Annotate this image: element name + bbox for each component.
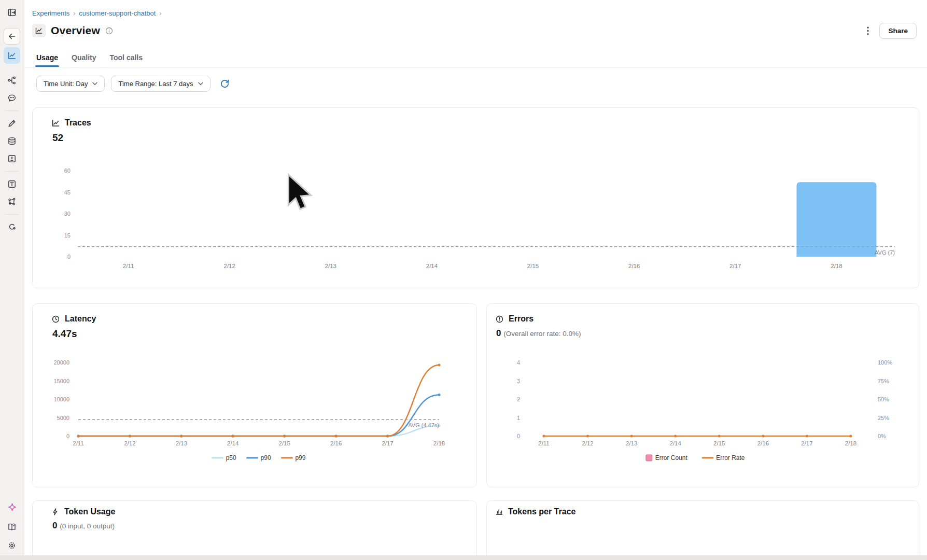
share-button[interactable]: Share — [879, 23, 917, 39]
svg-text:AVG (4.47s): AVG (4.47s) — [408, 422, 439, 428]
svg-text:AVG (7): AVG (7) — [875, 249, 895, 256]
traces-total-value: 52 — [33, 128, 919, 144]
chevron-down-icon — [198, 82, 203, 86]
svg-text:25%: 25% — [878, 415, 889, 421]
playground-icon[interactable] — [4, 115, 20, 132]
back-button[interactable] — [4, 28, 20, 45]
svg-text:2/18: 2/18 — [845, 440, 856, 446]
svg-text:2/12: 2/12 — [582, 440, 593, 446]
svg-text:0: 0 — [517, 433, 520, 439]
svg-text:2/16: 2/16 — [330, 440, 342, 446]
svg-text:60: 60 — [64, 167, 71, 174]
datasets-icon[interactable] — [4, 133, 20, 149]
latency-card: Latency 4.47s AVG (4.47s)050001000015000… — [32, 303, 477, 487]
breadcrumb-separator: › — [73, 10, 75, 17]
line-chart-icon — [51, 119, 60, 128]
svg-text:0: 0 — [66, 433, 69, 439]
traces-bar-chart[interactable]: AVG (7)0153045602/112/122/132/142/152/16… — [39, 164, 913, 288]
bar-chart-icon — [495, 508, 503, 516]
annotation-queues-icon[interactable] — [4, 150, 20, 167]
errors-card: Errors 0 (Overall error rate: 0.0%) 0123… — [486, 303, 919, 487]
sidebar-divider — [5, 214, 19, 215]
svg-text:2/17: 2/17 — [729, 263, 741, 269]
annotation-chat-icon[interactable] — [4, 90, 20, 106]
tab-usage[interactable]: Usage — [36, 53, 58, 66]
latency-line-chart[interactable]: AVG (4.47s)050001000015000200002/112/122… — [39, 357, 470, 481]
svg-text:2/11: 2/11 — [538, 440, 550, 446]
kebab-menu-icon[interactable] — [866, 25, 870, 36]
page-title: Overview — [51, 24, 100, 37]
errors-card-title: Errors — [509, 314, 533, 324]
info-icon[interactable] — [105, 27, 113, 35]
refresh-icon[interactable] — [220, 79, 230, 89]
tab-tool-calls[interactable]: Tool calls — [110, 53, 143, 66]
svg-text:2/15: 2/15 — [527, 263, 539, 269]
svg-text:15: 15 — [64, 232, 71, 239]
svg-text:5000: 5000 — [57, 415, 69, 421]
chevron-down-icon — [92, 82, 97, 86]
svg-text:100%: 100% — [878, 359, 892, 366]
svg-text:2/13: 2/13 — [626, 440, 637, 446]
svg-text:2/17: 2/17 — [801, 440, 812, 446]
time-unit-dropdown[interactable]: Time Unit: Day — [36, 76, 105, 92]
filter-bar: Time Unit: Day Time Range: Last 7 days — [36, 76, 230, 92]
experiments-icon[interactable] — [4, 193, 20, 210]
svg-text:0: 0 — [67, 254, 71, 260]
svg-text:2/15: 2/15 — [713, 440, 725, 446]
token-usage-card: Token Usage 0 (0 input, 0 output) — [32, 500, 477, 560]
latency-value: 4.47s — [33, 324, 476, 340]
svg-text:p99: p99 — [295, 454, 305, 461]
svg-text:2/18: 2/18 — [831, 263, 842, 269]
svg-text:Error Count: Error Count — [655, 454, 688, 461]
time-range-dropdown[interactable]: Time Range: Last 7 days — [111, 76, 210, 92]
automations-icon[interactable] — [4, 219, 20, 235]
dashboards-icon[interactable] — [4, 47, 20, 64]
svg-text:50%: 50% — [878, 396, 889, 402]
svg-text:2/17: 2/17 — [382, 440, 393, 446]
svg-text:2/12: 2/12 — [124, 440, 135, 446]
docs-icon[interactable] — [4, 519, 20, 535]
lightning-bolt-icon — [51, 508, 60, 516]
sidebar-divider — [5, 110, 19, 111]
breadcrumb-link-experiments[interactable]: Experiments — [32, 9, 69, 17]
svg-text:2/13: 2/13 — [176, 440, 187, 446]
collapse-sidebar-icon[interactable] — [4, 4, 20, 21]
alert-circle-icon — [495, 315, 504, 324]
overview-chart-icon — [32, 24, 46, 37]
svg-text:2/15: 2/15 — [279, 440, 290, 446]
svg-text:4: 4 — [517, 359, 520, 366]
prompts-icon[interactable] — [4, 176, 20, 192]
breadcrumb-separator: › — [159, 10, 161, 17]
sidebar-divider — [5, 171, 19, 172]
errors-value: 0 — [496, 328, 501, 338]
token-usage-card-title: Token Usage — [64, 507, 115, 516]
svg-text:15000: 15000 — [53, 378, 69, 384]
breadcrumb: Experiments › customer-support-chatbot › — [32, 9, 161, 17]
errors-line-chart[interactable]: 012340%25%50%75%100%2/112/122/132/142/15… — [493, 357, 920, 481]
token-usage-value: 0 — [52, 521, 57, 530]
traces-card-title: Traces — [65, 118, 91, 128]
svg-text:75%: 75% — [878, 378, 889, 384]
svg-text:Error Rate: Error Rate — [716, 454, 745, 461]
tracing-projects-icon[interactable] — [4, 72, 20, 89]
svg-text:20000: 20000 — [53, 359, 69, 366]
svg-text:30: 30 — [64, 211, 71, 217]
svg-text:2/13: 2/13 — [325, 263, 336, 269]
svg-text:p90: p90 — [261, 454, 271, 461]
svg-text:1: 1 — [517, 415, 520, 421]
svg-text:2: 2 — [517, 396, 520, 402]
svg-text:2/12: 2/12 — [223, 263, 235, 269]
svg-text:p50: p50 — [226, 454, 236, 461]
clock-icon — [51, 315, 60, 324]
breadcrumb-link-project[interactable]: customer-support-chatbot — [79, 9, 156, 17]
svg-text:2/11: 2/11 — [123, 263, 134, 269]
ai-assistant-icon[interactable] — [4, 499, 20, 515]
tokens-per-trace-card-title: Tokens per Trace — [508, 507, 575, 516]
tokens-per-trace-card: Tokens per Trace — [486, 500, 919, 560]
svg-text:2/16: 2/16 — [757, 440, 769, 446]
traces-card: Traces 52 AVG (7)0153045602/112/122/132/… — [32, 107, 919, 288]
left-sidebar — [0, 0, 24, 560]
settings-gear-icon[interactable] — [4, 537, 20, 554]
tab-quality[interactable]: Quality — [72, 53, 96, 66]
svg-text:2/14: 2/14 — [670, 440, 682, 446]
